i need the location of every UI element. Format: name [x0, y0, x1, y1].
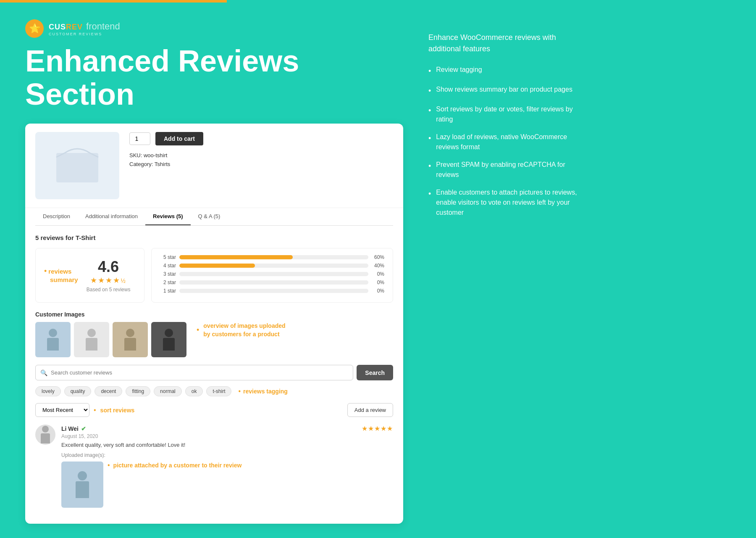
feature-item-tagging: • Review tagging	[428, 65, 588, 77]
reviewer-name: Li Wei ✔	[61, 425, 86, 432]
bar-track-1	[179, 289, 368, 293]
logo-text-group: CUSREV frontend CUSTOMER REVIEWS	[49, 21, 120, 36]
tags-row: lovely quality decent fitting normal ok …	[35, 386, 393, 396]
category-label: Category:	[129, 161, 153, 167]
overview-callout: • overview of images uploadedby customer…	[197, 322, 286, 338]
search-input[interactable]	[35, 365, 353, 380]
feature-item-sort: • Sort reviews by date or votes, filter …	[428, 104, 588, 124]
bar-label-3: 3 star	[160, 271, 176, 277]
search-button[interactable]: Search	[357, 365, 393, 380]
bar-label-5: 5 star	[160, 254, 176, 260]
person-figure-1	[47, 329, 59, 351]
summary-label-line2: summary	[44, 276, 78, 284]
tab-description[interactable]: Description	[35, 208, 78, 225]
logo-frontend: frontend	[86, 21, 120, 32]
tag-decent[interactable]: decent	[94, 386, 122, 396]
feature-text-6: Enable customers to attach pictures to r…	[436, 187, 588, 218]
tab-additional[interactable]: Additional information	[78, 208, 145, 225]
summary-based: Based on 5 reviews	[87, 287, 131, 293]
search-row: 🔍 Search	[35, 365, 393, 380]
sort-label: sort reviews	[100, 407, 135, 414]
person-figure-2	[86, 329, 97, 351]
tag-normal[interactable]: normal	[154, 386, 182, 396]
sort-dot: •	[94, 406, 96, 414]
bar-label-2: 2 star	[160, 280, 176, 285]
tag-fitting[interactable]: fitting	[126, 386, 150, 396]
bar-track-4	[179, 264, 368, 268]
search-icon: 🔍	[40, 369, 47, 376]
tags-callout: • reviews tagging	[238, 388, 287, 395]
product-image	[35, 132, 119, 199]
summary-score: 4.6	[98, 258, 119, 276]
bar-fill-5	[179, 255, 293, 259]
product-card: 1 Add to cart SKU: woo-tshirt Category: …	[25, 124, 403, 524]
customer-image-1[interactable]	[35, 322, 71, 357]
feature-bullet-4: •	[428, 133, 431, 144]
bar-track-2	[179, 280, 368, 285]
overview-text: overview of images uploadedby customers …	[203, 322, 285, 338]
sku-value: woo-tshirt	[144, 152, 167, 158]
tag-quality[interactable]: quality	[64, 386, 92, 396]
review-person-figure	[76, 471, 89, 498]
summary-score-group: 4.6 ★★★★½ Based on 5 reviews	[87, 258, 131, 293]
bar-row-4: 4 star 40%	[160, 263, 384, 269]
logo-cus: CUS	[49, 23, 66, 32]
add-to-cart-row: 1 Add to cart	[129, 132, 393, 145]
bar-row-1: 1 star 0%	[160, 288, 384, 294]
feature-item-summary: • Show reviews summary bar on product pa…	[428, 84, 588, 97]
picture-callout: • picture attached by a customer to thei…	[108, 462, 242, 469]
review-item: Li Wei ✔ ★★★★★ August 15, 2020 Excellent…	[35, 425, 393, 508]
customer-image-3[interactable]	[113, 322, 148, 357]
add-review-button[interactable]: Add a review	[347, 403, 393, 417]
review-uploaded-image[interactable]	[61, 462, 103, 508]
sort-add-row: Most Recent Oldest Highest Rated Lowest …	[35, 403, 393, 417]
reviewer-avatar	[35, 425, 55, 445]
main-container: ⭐ CUSREV frontend CUSTOMER REVIEWS Enhan…	[0, 3, 756, 538]
picture-label: picture attached by a customer to their …	[113, 462, 242, 469]
feature-text-3: Sort reviews by date or votes, filter re…	[436, 104, 588, 124]
feature-bullet-5: •	[428, 161, 431, 172]
feature-text-4: Lazy load of reviews, native WooCommerce…	[436, 132, 588, 152]
tag-tshirt[interactable]: t-shirt	[206, 386, 231, 396]
category-line: Category: Tshirts	[129, 161, 393, 167]
tag-ok[interactable]: ok	[185, 386, 203, 396]
tab-reviews[interactable]: Reviews (5)	[145, 208, 191, 225]
sku-label: SKU:	[129, 152, 142, 158]
bar-pct-1: 0%	[372, 288, 384, 294]
enhance-intro-text: Enhance WooCommerce reviews with additio…	[428, 32, 588, 55]
customer-images-section: Customer Images	[35, 311, 393, 357]
feature-list: • Review tagging • Show reviews summary …	[428, 65, 588, 218]
reviewer-name-text: Li Wei	[61, 425, 79, 432]
tab-qa[interactable]: Q & A (5)	[191, 208, 228, 225]
summary-dot: •	[44, 267, 47, 276]
customer-image-4[interactable]	[151, 322, 186, 357]
feature-bullet-3: •	[428, 105, 431, 116]
bar-row-5: 5 star 60%	[160, 254, 384, 260]
bar-pct-5: 60%	[372, 254, 384, 260]
customer-images-row: • overview of images uploadedby customer…	[35, 322, 393, 357]
customer-images-title: Customer Images	[35, 311, 393, 318]
feature-bullet-2: •	[428, 85, 431, 97]
svg-rect-0	[56, 153, 98, 182]
bar-pct-3: 0%	[372, 271, 384, 277]
product-details: 1 Add to cart SKU: woo-tshirt Category: …	[129, 132, 393, 167]
bar-label-1: 1 star	[160, 288, 176, 294]
sort-select[interactable]: Most Recent Oldest Highest Rated Lowest …	[35, 403, 89, 417]
bar-label-4: 4 star	[160, 263, 176, 269]
feature-text-1: Review tagging	[436, 65, 482, 75]
feature-item-pictures: • Enable customers to attach pictures to…	[428, 187, 588, 218]
person-figure-4	[163, 329, 175, 351]
add-to-cart-button[interactable]: Add to cart	[155, 132, 203, 145]
feature-bullet-1: •	[428, 66, 431, 77]
sku-line: SKU: woo-tshirt	[129, 152, 393, 158]
page-title: Enhanced Reviews Section	[25, 45, 403, 111]
reviewer-name-row: Li Wei ✔ ★★★★★	[61, 425, 393, 433]
reviews-section: 5 reviews for T-Shirt • reviews summary …	[25, 226, 403, 524]
bar-track-3	[179, 272, 368, 276]
bar-row-3: 3 star 0%	[160, 271, 384, 277]
review-text: Excellent quality, very soft and comfort…	[61, 442, 393, 448]
tag-lovely[interactable]: lovely	[35, 386, 61, 396]
quantity-input[interactable]: 1	[129, 132, 150, 145]
sort-left: Most Recent Oldest Highest Rated Lowest …	[35, 403, 134, 417]
customer-image-2[interactable]	[74, 322, 109, 357]
